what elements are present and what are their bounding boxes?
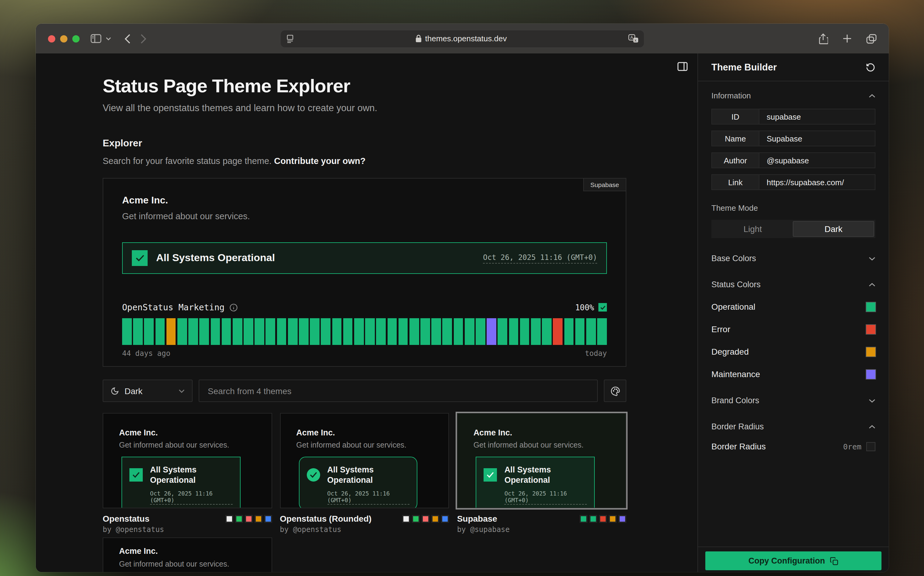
theme-card-partial[interactable]: Acme Inc. Get informed about our service…	[102, 538, 272, 572]
theme-mode-dropdown[interactable]: Dark	[102, 379, 192, 402]
information-section-header[interactable]: Information	[711, 91, 875, 100]
share-icon[interactable]	[818, 33, 828, 44]
palette-button[interactable]	[604, 379, 626, 402]
uptime-bar-operational[interactable]	[310, 318, 319, 345]
uptime-bar-operational[interactable]	[188, 318, 198, 345]
uptime-bar-operational[interactable]	[476, 318, 485, 345]
sidebar-toggle-icon[interactable]	[91, 34, 101, 43]
theme-card-openstatus[interactable]: Acme Inc. Get informed about our service…	[102, 413, 272, 534]
uptime-bar-operational[interactable]	[354, 318, 364, 345]
uptime-bar-operational[interactable]	[178, 318, 187, 345]
theme-card-supabase[interactable]: Acme Inc. Get informed about our service…	[457, 413, 626, 534]
close-button[interactable]	[48, 35, 55, 42]
field-label: Author	[712, 153, 759, 168]
uptime-bar-maintenance[interactable]	[487, 318, 496, 345]
reader-icon[interactable]	[286, 34, 294, 43]
field-value-input[interactable]: Supabase	[759, 131, 875, 146]
uptime-check-icon[interactable]	[598, 303, 607, 312]
theme-swatch	[245, 515, 252, 523]
chevron-down-icon[interactable]	[106, 37, 111, 40]
uptime-bar-operational[interactable]	[122, 318, 131, 345]
uptime-bars	[122, 318, 607, 345]
copy-configuration-button[interactable]: Copy Configuration	[705, 551, 881, 570]
uptime-bar-operational[interactable]	[243, 318, 253, 345]
uptime-bar-error[interactable]	[553, 318, 562, 345]
color-swatch[interactable]	[866, 325, 875, 334]
panel-right-icon[interactable]	[677, 62, 688, 74]
uptime-bar-operational[interactable]	[255, 318, 264, 345]
color-swatch[interactable]	[866, 347, 875, 356]
tabs-overview-icon[interactable]	[866, 34, 877, 43]
translate-icon[interactable]: A x	[628, 34, 639, 43]
uptime-bar-operational[interactable]	[221, 318, 231, 345]
color-swatch[interactable]	[866, 302, 875, 311]
status-colors-section-header[interactable]: Status Colors	[711, 280, 875, 289]
border-radius-section-header[interactable]: Border Radius	[711, 422, 875, 431]
forward-button[interactable]	[140, 34, 146, 43]
brand-colors-section-header[interactable]: Brand Colors	[711, 396, 875, 405]
uptime-bar-operational[interactable]	[321, 318, 330, 345]
uptime-bar-operational[interactable]	[586, 318, 596, 345]
mode-option-dark[interactable]: Dark	[793, 221, 874, 237]
status-label: All Systems Operational	[504, 464, 577, 485]
svg-text:A: A	[630, 35, 633, 40]
field-value-input[interactable]: @supabase	[759, 153, 875, 168]
uptime-bar-operational[interactable]	[498, 318, 507, 345]
uptime-bar-operational[interactable]	[465, 318, 474, 345]
uptime-bar-operational[interactable]	[133, 318, 143, 345]
uptime-bar-operational[interactable]	[365, 318, 375, 345]
uptime-bar-operational[interactable]	[155, 318, 165, 345]
uptime-bar-operational[interactable]	[432, 318, 441, 345]
uptime-bar-operational[interactable]	[200, 318, 209, 345]
status-color-list: Operational Error Degraded Maintenance	[711, 302, 875, 379]
uptime-bar-operational[interactable]	[453, 318, 463, 345]
theme-swatches	[225, 515, 272, 523]
uptime-bar-degraded[interactable]	[167, 318, 176, 345]
color-swatch[interactable]	[866, 370, 875, 379]
uptime-bar-operational[interactable]	[332, 318, 341, 345]
chevron-up-icon	[869, 94, 875, 98]
uptime-bar-operational[interactable]	[542, 318, 551, 345]
base-colors-section-header[interactable]: Base Colors	[711, 254, 875, 263]
uptime-bar-operational[interactable]	[387, 318, 397, 345]
zoom-button[interactable]	[72, 35, 80, 42]
uptime-bar-operational[interactable]	[575, 318, 585, 345]
uptime-bar-operational[interactable]	[277, 318, 286, 345]
uptime-bar-operational[interactable]	[144, 318, 154, 345]
field-value-input[interactable]: supabase	[759, 109, 875, 124]
uptime-bar-operational[interactable]	[398, 318, 408, 345]
mini-status-banner: All Systems Operational Oct 26, 2025 11:…	[122, 457, 240, 508]
url-bar[interactable]: themes.openstatus.dev A x	[280, 29, 645, 48]
new-tab-icon[interactable]	[842, 34, 852, 43]
uptime-bar-operational[interactable]	[233, 318, 242, 345]
uptime-bar-operational[interactable]	[442, 318, 452, 345]
field-label: Link	[712, 175, 759, 189]
uptime-bar-operational[interactable]	[299, 318, 308, 345]
uptime-bar-operational[interactable]	[288, 318, 297, 345]
traffic-lights	[48, 35, 80, 42]
uptime-bar-operational[interactable]	[343, 318, 353, 345]
back-button[interactable]	[125, 34, 131, 43]
uptime-bar-operational[interactable]	[520, 318, 529, 345]
reset-icon[interactable]	[866, 62, 875, 72]
border-radius-picker[interactable]	[866, 442, 875, 451]
search-input[interactable]	[199, 379, 598, 402]
browser-window: themes.openstatus.dev A x	[36, 24, 889, 572]
contribute-link[interactable]: Contribute your own?	[274, 156, 365, 166]
uptime-bar-operational[interactable]	[597, 318, 607, 345]
field-value-input[interactable]: https://supabase.com/	[759, 175, 875, 189]
minimize-button[interactable]	[60, 35, 67, 42]
uptime-bar-operational[interactable]	[210, 318, 220, 345]
uptime-bar-operational[interactable]	[564, 318, 573, 345]
uptime-bar-operational[interactable]	[266, 318, 275, 345]
uptime-bar-operational[interactable]	[420, 318, 430, 345]
uptime-bar-operational[interactable]	[410, 318, 419, 345]
info-icon[interactable]	[229, 303, 237, 311]
uptime-bar-operational[interactable]	[376, 318, 386, 345]
theme-name: Openstatus (Rounded)	[280, 514, 372, 523]
status-timestamp[interactable]: Oct 26, 2025 11:16 (GMT+0)	[483, 253, 597, 263]
theme-card-openstatus-rounded[interactable]: Acme Inc. Get informed about our service…	[280, 413, 449, 534]
mode-option-light[interactable]: Light	[713, 221, 793, 237]
uptime-bar-operational[interactable]	[531, 318, 540, 345]
uptime-bar-operational[interactable]	[509, 318, 518, 345]
